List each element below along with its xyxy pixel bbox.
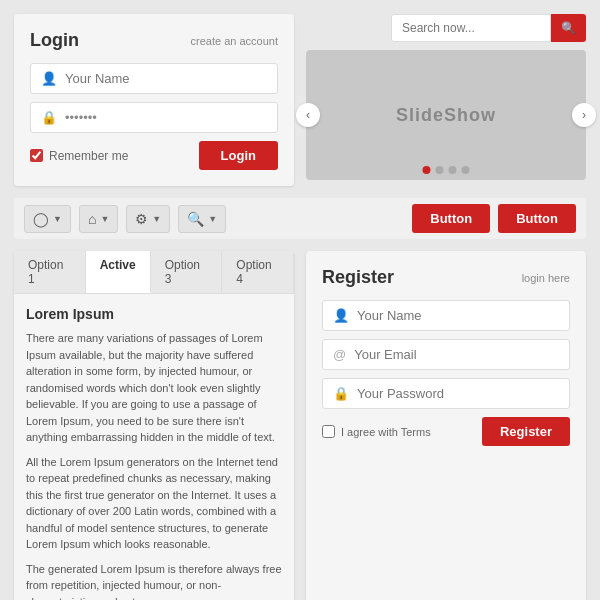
- nav-settings[interactable]: ⚙ ▼: [126, 205, 170, 233]
- user-icon: 👤: [41, 71, 57, 86]
- password-input-group: 🔒: [30, 102, 278, 133]
- dot-1[interactable]: [423, 166, 431, 174]
- action-buttons: Button Button: [412, 204, 576, 233]
- search-button[interactable]: 🔍: [551, 14, 586, 42]
- content-paragraph-3: The generated Lorem Ipsum is therefore a…: [26, 561, 282, 601]
- nav-settings-arrow: ▼: [152, 214, 161, 224]
- password-input[interactable]: [65, 110, 267, 125]
- agree-terms-text: I agree with Terms: [341, 426, 431, 438]
- slideshow: ‹ SlideShow ›: [306, 50, 586, 180]
- agree-terms-label[interactable]: I agree with Terms: [322, 425, 431, 438]
- search-bar: 🔍: [306, 14, 586, 42]
- login-here-link[interactable]: login here: [522, 272, 570, 284]
- tab-option3[interactable]: Option 3: [151, 251, 223, 293]
- nav-user-icon: ◯: [33, 211, 49, 227]
- register-email-group: @: [322, 339, 570, 370]
- register-email-input[interactable]: [354, 347, 559, 362]
- nav-home-arrow: ▼: [100, 214, 109, 224]
- nav-gear-icon: ⚙: [135, 211, 148, 227]
- create-account-link[interactable]: create an account: [191, 35, 278, 47]
- login-footer: Remember me Login: [30, 141, 278, 170]
- content-title: Lorem Ipsum: [26, 306, 282, 322]
- register-footer: I agree with Terms Register: [322, 417, 570, 446]
- nav-search-icon: 🔍: [187, 211, 204, 227]
- register-password-input[interactable]: [357, 386, 559, 401]
- login-title: Login: [30, 30, 79, 51]
- register-button[interactable]: Register: [482, 417, 570, 446]
- nav-home-icon: ⌂: [88, 211, 96, 227]
- register-user-icon: 👤: [333, 308, 349, 323]
- nav-home[interactable]: ⌂ ▼: [79, 205, 118, 233]
- register-panel: Register login here 👤 @ 🔒 I agree with T…: [306, 251, 586, 600]
- tab-active[interactable]: Active: [86, 251, 151, 293]
- login-button[interactable]: Login: [199, 141, 278, 170]
- search-input[interactable]: [402, 21, 540, 35]
- action-button-1[interactable]: Button: [412, 204, 490, 233]
- login-panel: Login create an account 👤 🔒 Remember me …: [14, 14, 294, 186]
- tabs-content: Option 1 Active Option 3 Option 4 Lorem …: [14, 251, 294, 600]
- register-password-group: 🔒: [322, 378, 570, 409]
- tabs-row: Option 1 Active Option 3 Option 4: [14, 251, 294, 294]
- search-input-wrap: [391, 14, 551, 42]
- bottom-row: Option 1 Active Option 3 Option 4 Lorem …: [14, 251, 586, 600]
- agree-terms-checkbox[interactable]: [322, 425, 335, 438]
- slide-prev-button[interactable]: ‹: [296, 103, 320, 127]
- register-title: Register: [322, 267, 394, 288]
- nav-bar: ◯ ▼ ⌂ ▼ ⚙ ▼ 🔍 ▼ Button Button: [14, 198, 586, 239]
- remember-me-label[interactable]: Remember me: [30, 149, 128, 163]
- register-header: Register login here: [322, 267, 570, 288]
- name-input-group: 👤: [30, 63, 278, 94]
- register-name-input[interactable]: [357, 308, 559, 323]
- login-header: Login create an account: [30, 30, 278, 51]
- lock-icon: 🔒: [41, 110, 57, 125]
- register-email-icon: @: [333, 347, 346, 362]
- slideshow-label: SlideShow: [396, 105, 496, 126]
- dot-2[interactable]: [436, 166, 444, 174]
- nav-search-arrow: ▼: [208, 214, 217, 224]
- slide-next-button[interactable]: ›: [572, 103, 596, 127]
- tab-option1[interactable]: Option 1: [14, 251, 86, 293]
- dot-3[interactable]: [449, 166, 457, 174]
- register-name-group: 👤: [322, 300, 570, 331]
- slide-dots: [423, 166, 470, 174]
- tab-option4[interactable]: Option 4: [222, 251, 294, 293]
- nav-user[interactable]: ◯ ▼: [24, 205, 71, 233]
- action-button-2[interactable]: Button: [498, 204, 576, 233]
- nav-search[interactable]: 🔍 ▼: [178, 205, 226, 233]
- register-lock-icon: 🔒: [333, 386, 349, 401]
- right-top-section: 🔍 ‹ SlideShow ›: [306, 14, 586, 186]
- remember-me-checkbox[interactable]: [30, 149, 43, 162]
- tab-body: Lorem Ipsum There are many variations of…: [14, 294, 294, 600]
- content-paragraph-2: All the Lorem Ipsum generators on the In…: [26, 454, 282, 553]
- dot-4[interactable]: [462, 166, 470, 174]
- remember-me-text: Remember me: [49, 149, 128, 163]
- name-input[interactable]: [65, 71, 267, 86]
- content-paragraph-1: There are many variations of passages of…: [26, 330, 282, 446]
- nav-user-arrow: ▼: [53, 214, 62, 224]
